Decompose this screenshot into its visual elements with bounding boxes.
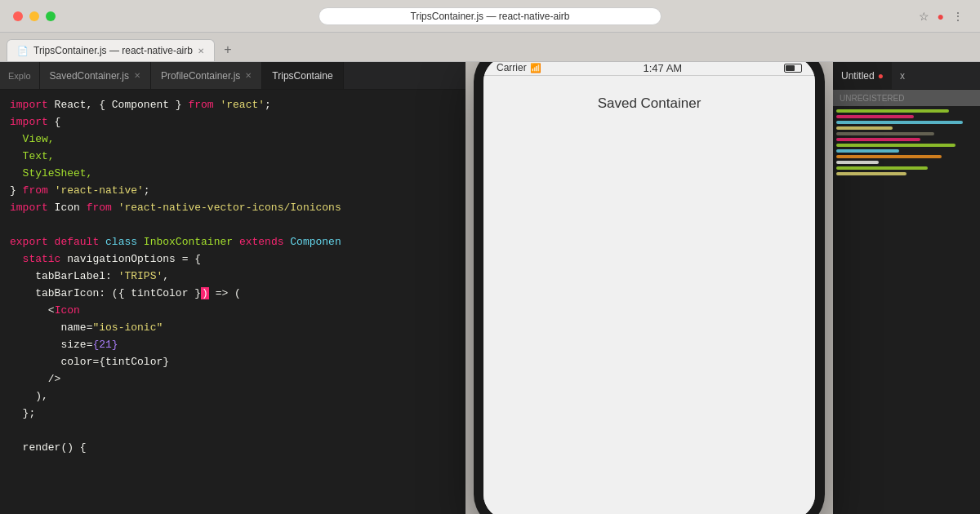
mini-line-5 <box>836 132 934 135</box>
code-line-1: import React, { Component } from 'react'… <box>10 96 466 113</box>
tab-profile-container[interactable]: ProfileContainer.js ✕ <box>151 62 262 89</box>
right-panel-tab-js-label: x <box>900 70 905 82</box>
tab-explorer[interactable]: Explo <box>0 62 40 89</box>
code-line-7: import Icon from 'react-native-vector-ic… <box>10 199 466 216</box>
phone-simulator-area: Carrier 📶 1:47 AM Saved Contain <box>466 62 833 514</box>
tab-trips-container-label: TripsContaine <box>272 70 332 82</box>
mini-line-3 <box>836 121 963 124</box>
browser-top-bar: TripsContainer.js — react-native-airb ☆ … <box>0 0 980 33</box>
code-line-8 <box>10 216 466 233</box>
menu-icon[interactable]: ⋮ <box>952 10 964 23</box>
mini-line-9 <box>836 155 942 158</box>
mini-line-1 <box>836 109 949 113</box>
unregistered-bar: UNREGISTERED <box>833 90 980 106</box>
code-line-15: size={21} <box>10 336 466 353</box>
browser-window: TripsContainer.js — react-native-airb ☆ … <box>0 0 980 514</box>
code-line-13: <Icon <box>10 302 466 319</box>
mini-line-6 <box>836 138 920 141</box>
tab-profile-container-label: ProfileContainer.js <box>161 70 240 82</box>
code-line-19: }; <box>10 405 466 422</box>
status-carrier: Carrier 📶 <box>497 62 541 73</box>
address-bar[interactable]: TripsContainer.js — react-native-airb <box>318 7 662 25</box>
saved-container-label: Saved Container <box>598 95 702 112</box>
carrier-label: Carrier <box>497 62 527 73</box>
unregistered-label: UNREGISTERED <box>840 94 904 103</box>
editor-tabs: Explo SavedContainer.js ✕ ProfileContain… <box>0 62 466 90</box>
mini-code-preview <box>836 109 977 178</box>
code-line-17: /> <box>10 370 466 388</box>
browser-tab-label: TripsContainer.js — react-native-airb <box>33 45 193 56</box>
battery-indicator <box>784 64 802 73</box>
right-panel-tabs: Untitled ● x <box>833 62 980 90</box>
code-line-16: color={tintColor} <box>10 353 466 370</box>
phone-device: Carrier 📶 1:47 AM Saved Contain <box>474 62 825 514</box>
mini-line-2 <box>836 115 914 118</box>
explorer-label: Explo <box>8 71 31 81</box>
mini-line-12 <box>836 172 906 175</box>
browser-tab-active[interactable]: 📄 TripsContainer.js — react-native-airb … <box>7 39 215 61</box>
battery-box <box>784 64 802 73</box>
close-window-button[interactable] <box>13 11 23 21</box>
mini-line-4 <box>836 126 893 130</box>
code-line-10: static navigationOptions = { <box>10 250 466 268</box>
browser-top-bar-right: ☆ ● ⋮ <box>919 10 964 23</box>
tab-close-icon[interactable]: ✕ <box>198 47 204 55</box>
tab-trips-container[interactable]: TripsContaine <box>262 62 343 89</box>
code-line-12: tabBarIcon: ({ tintColor }) => ( <box>10 285 466 302</box>
code-editor: Explo SavedContainer.js ✕ ProfileContain… <box>0 62 466 514</box>
tab-saved-container-label: SavedContainer.js <box>50 70 129 82</box>
mini-line-8 <box>836 149 899 153</box>
right-panel-tab-label: Untitled <box>841 70 875 82</box>
tab-profile-container-close[interactable]: ✕ <box>245 71 252 80</box>
tab-saved-container[interactable]: SavedContainer.js ✕ <box>40 62 151 89</box>
main-content: Explo SavedContainer.js ✕ ProfileContain… <box>0 62 980 514</box>
code-line-4: Text, <box>10 148 466 165</box>
bookmark-icon[interactable]: ☆ <box>919 10 929 23</box>
right-panel-content <box>833 106 980 514</box>
right-panel-tab-untitled[interactable]: Untitled ● <box>833 62 892 89</box>
code-content: import React, { Component } from 'react'… <box>0 90 466 514</box>
code-line-2: import { <box>10 113 466 131</box>
code-line-21: render() { <box>10 439 466 456</box>
minimize-window-button[interactable] <box>29 11 39 21</box>
mini-line-10 <box>836 161 879 164</box>
code-line-5: StyleSheet, <box>10 165 466 182</box>
phone-app-content: Saved Container <box>483 76 815 514</box>
code-line-9: export default class InboxContainer exte… <box>10 233 466 250</box>
code-line-6: } from 'react-native'; <box>10 182 466 199</box>
maximize-window-button[interactable] <box>46 11 56 21</box>
tab-saved-container-close[interactable]: ✕ <box>134 71 140 80</box>
browser-tabs-bar: 📄 TripsContainer.js — react-native-airb … <box>0 33 980 62</box>
code-line-11: tabBarLabel: 'TRIPS', <box>10 268 466 285</box>
phone-status-bar: Carrier 📶 1:47 AM <box>483 62 815 75</box>
code-line-14: name="ios-ionic" <box>10 319 466 336</box>
battery-fill <box>786 65 795 71</box>
new-tab-button[interactable]: + <box>215 38 241 61</box>
right-panel: Untitled ● x UNREGISTERED <box>833 62 980 514</box>
tab-file-icon: 📄 <box>17 46 29 56</box>
extension-icon[interactable]: ● <box>938 10 944 23</box>
right-panel-tab-js[interactable]: x <box>892 62 913 89</box>
status-time: 1:47 AM <box>643 62 682 74</box>
right-panel-tab-dot: ● <box>878 70 884 82</box>
code-line-20 <box>10 422 466 439</box>
code-line-18: ), <box>10 388 466 405</box>
wifi-icon: 📶 <box>530 63 541 73</box>
phone-screen: Carrier 📶 1:47 AM Saved Contain <box>483 62 815 514</box>
code-line-3: View, <box>10 131 466 148</box>
mini-line-7 <box>836 144 956 147</box>
mini-line-11 <box>836 166 928 170</box>
